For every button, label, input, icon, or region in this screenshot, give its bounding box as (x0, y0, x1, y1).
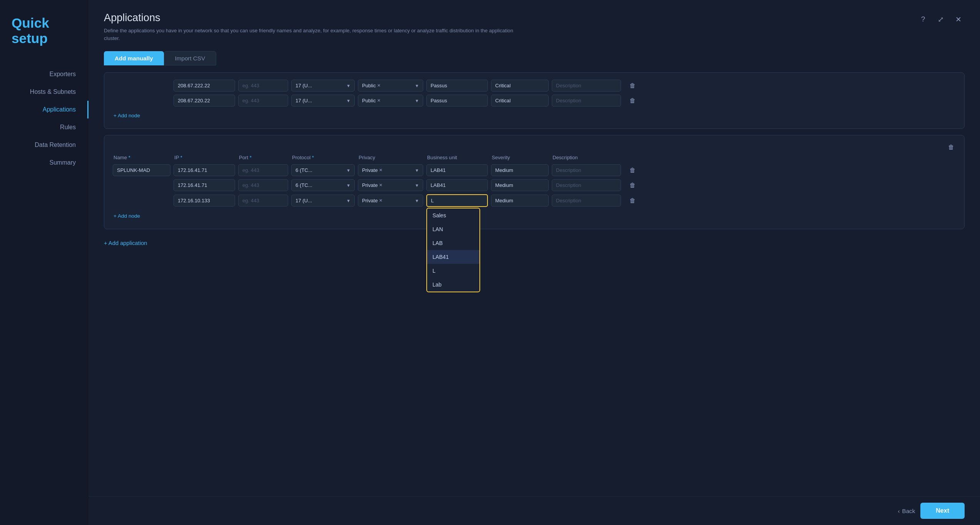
description-input[interactable] (552, 179, 621, 191)
business-unit-input[interactable] (426, 95, 488, 107)
protocol-select[interactable]: 17 (U... ▼ (291, 80, 355, 92)
ip-input[interactable] (174, 80, 235, 92)
col-business-unit: Business unit (427, 155, 489, 160)
severity-input[interactable] (491, 164, 549, 176)
col-port: Port * (239, 155, 289, 160)
tab-import-csv[interactable]: Import CSV (164, 51, 217, 65)
sidebar-nav: Exporters Hosts & Subnets Applications R… (0, 65, 88, 172)
column-headers: Name * IP * Port * Protocol * Privacy Bu… (113, 155, 956, 160)
tab-add-manually[interactable]: Add manually (104, 51, 164, 65)
content-area: 17 (U... ▼ Public ✕ ▼ 🗑 17 (U... ▼ (88, 65, 980, 496)
dropdown-item-l[interactable]: L (427, 264, 479, 278)
expand-button[interactable]: ⤢ (935, 13, 947, 25)
col-privacy: Privacy (359, 155, 424, 160)
app-card-2: 🗑 Name * IP * Port * Protocol (104, 135, 965, 229)
delete-row-button[interactable]: 🗑 (624, 165, 641, 175)
ip-input[interactable] (174, 95, 235, 107)
add-application-button[interactable]: + Add application (104, 235, 147, 251)
privacy-select[interactable]: Private ✕ ▼ (358, 179, 423, 191)
tab-bar: Add manually Import CSV (88, 46, 980, 65)
port-input[interactable] (238, 179, 288, 191)
sidebar-item-data-retention[interactable]: Data Retention (0, 136, 88, 154)
modal-header: Applications Define the applications you… (88, 0, 980, 46)
col-description: Description (553, 155, 622, 160)
dropdown-item-lan[interactable]: LAN (427, 222, 479, 236)
table-row: 17 (U... ▼ Private ✕ ▼ Sales LAN LAB LAB… (113, 194, 956, 207)
header-actions: ? ⤢ ✕ (917, 12, 965, 25)
privacy-select[interactable]: Private ✕ ▼ (358, 164, 423, 176)
sidebar-title: Quick setup (12, 15, 49, 46)
dropdown-item-lab[interactable]: LAB (427, 236, 479, 250)
business-unit-dropdown-container: Sales LAN LAB LAB41 L Lab (426, 194, 488, 207)
app-card-1: 17 (U... ▼ Public ✕ ▼ 🗑 17 (U... ▼ (104, 72, 965, 129)
delete-row-button[interactable]: 🗑 (624, 96, 641, 106)
footer: ‹ Back Next (88, 496, 980, 525)
card-delete-area: 🗑 (113, 142, 956, 152)
protocol-select[interactable]: 17 (U... ▼ (291, 195, 355, 207)
description-input[interactable] (552, 164, 621, 176)
add-node-button[interactable]: + Add node (113, 210, 141, 222)
port-input[interactable] (238, 95, 288, 107)
protocol-select[interactable]: 17 (U... ▼ (291, 95, 355, 107)
business-unit-input[interactable] (426, 179, 488, 191)
sidebar-item-hosts-subnets[interactable]: Hosts & Subnets (0, 83, 88, 101)
back-button[interactable]: ‹ Back (898, 508, 915, 514)
col-severity: Severity (492, 155, 549, 160)
description-input[interactable] (552, 195, 621, 207)
ip-input[interactable] (174, 164, 235, 176)
protocol-select[interactable]: 6 (TC... ▼ (291, 179, 355, 191)
table-row: 6 (TC... ▼ Private ✕ ▼ 🗑 (113, 164, 956, 176)
description-input[interactable] (552, 95, 621, 107)
severity-input[interactable] (491, 179, 549, 191)
title-section: Applications Define the applications you… (104, 12, 527, 42)
delete-card-button[interactable]: 🗑 (947, 142, 956, 152)
page-title: Applications (104, 12, 527, 24)
sidebar-item-exporters[interactable]: Exporters (0, 65, 88, 83)
protocol-select[interactable]: 6 (TC... ▼ (291, 164, 355, 176)
page-subtitle: Define the applications you have in your… (104, 27, 527, 42)
sidebar-item-summary[interactable]: Summary (0, 154, 88, 172)
add-node-button[interactable]: + Add node (113, 110, 141, 122)
dropdown-item-lab41[interactable]: LAB41 (427, 250, 479, 264)
port-input[interactable] (238, 80, 288, 92)
next-button[interactable]: Next (920, 503, 965, 519)
business-unit-dropdown: Sales LAN LAB LAB41 L Lab (426, 208, 480, 292)
col-ip: IP * (174, 155, 236, 160)
severity-input[interactable] (491, 95, 549, 107)
sidebar-item-applications[interactable]: Applications (0, 101, 88, 118)
dropdown-item-sales[interactable]: Sales (427, 208, 479, 222)
col-name: Name * (114, 155, 171, 160)
severity-input[interactable] (491, 80, 549, 92)
ip-input[interactable] (174, 195, 235, 207)
delete-row-button[interactable]: 🗑 (624, 180, 641, 190)
sidebar: Quick setup Exporters Hosts & Subnets Ap… (0, 0, 88, 525)
privacy-select[interactable]: Public ✕ ▼ (358, 95, 423, 107)
table-row: 17 (U... ▼ Public ✕ ▼ 🗑 (113, 95, 956, 107)
col-protocol: Protocol * (292, 155, 356, 160)
sidebar-logo: Quick setup (0, 15, 88, 65)
privacy-select[interactable]: Public ✕ ▼ (358, 80, 423, 92)
sidebar-item-rules[interactable]: Rules (0, 118, 88, 136)
app-name-input[interactable] (113, 164, 170, 176)
table-row: 17 (U... ▼ Public ✕ ▼ 🗑 (113, 80, 956, 92)
dropdown-item-lab-lowercase[interactable]: Lab (427, 278, 479, 292)
severity-input[interactable] (491, 195, 549, 207)
delete-row-button[interactable]: 🗑 (624, 196, 641, 206)
delete-row-button[interactable]: 🗑 (624, 81, 641, 91)
close-button[interactable]: ✕ (952, 13, 965, 25)
privacy-select[interactable]: Private ✕ ▼ (358, 195, 423, 207)
business-unit-input[interactable] (426, 194, 488, 207)
table-row: 6 (TC... ▼ Private ✕ ▼ 🗑 (113, 179, 956, 191)
business-unit-input[interactable] (426, 80, 488, 92)
description-input[interactable] (552, 80, 621, 92)
business-unit-input[interactable] (426, 164, 488, 176)
port-input[interactable] (238, 195, 288, 207)
ip-input[interactable] (174, 179, 235, 191)
port-input[interactable] (238, 164, 288, 176)
main-panel: Applications Define the applications you… (88, 0, 980, 525)
help-button[interactable]: ? (917, 13, 929, 25)
